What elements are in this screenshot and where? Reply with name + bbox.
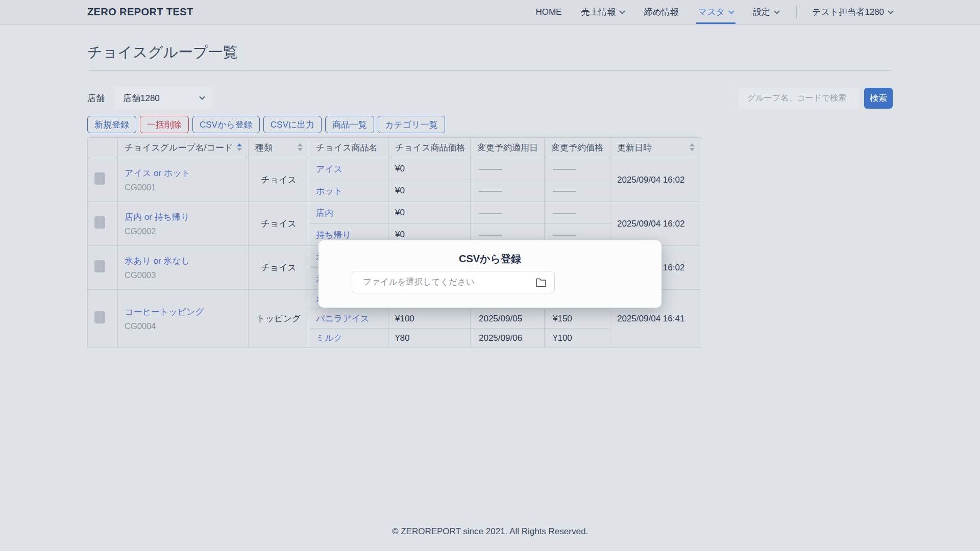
sort-icon (237, 143, 242, 151)
nav-master[interactable]: マスタ (698, 0, 733, 24)
table-row: 店内 or 持ち帰り CG0002 チョイス 店内 ¥0 2025/09/04 … (88, 202, 701, 224)
table-row: アイス or ホット CG0001 チョイス アイス ¥0 2025/09/04… (88, 158, 701, 180)
csv-import-button[interactable]: CSVから登録 (192, 116, 260, 133)
main-nav: HOME 売上情報 締め情報 マスタ 設定 (535, 0, 779, 24)
folder-icon[interactable] (535, 278, 547, 287)
product-price: ¥0 (388, 180, 471, 202)
footer: © ZEROREPORT since 2021. All Rights Rese… (0, 527, 980, 537)
nav-home[interactable]: HOME (535, 0, 561, 24)
nav-divider (796, 6, 797, 18)
nav-closing-info[interactable]: 締め情報 (644, 0, 678, 24)
header-updated-at-label: 更新日時 (617, 143, 652, 153)
choice-product-link[interactable]: バニラアイス (316, 314, 369, 323)
apply-date-empty (471, 180, 545, 202)
header-checkbox-column (88, 138, 118, 158)
change-price-empty (545, 158, 610, 180)
chevron-down-icon (728, 8, 734, 14)
header-type-label: 種類 (255, 143, 273, 153)
header-change-price-label: 変更予約価格 (551, 143, 603, 153)
top-navigation-bar: ZERO REPORT TEST HOME 売上情報 締め情報 マスタ 設定 テ… (0, 0, 980, 24)
nav-sales-info-label: 売上情報 (581, 6, 616, 18)
product-price: ¥80 (388, 329, 471, 348)
choice-group-link[interactable]: 氷あり or 氷なし (125, 256, 190, 266)
updated-at: 2025/09/04 16:02 (610, 202, 701, 246)
row-checkbox[interactable] (94, 260, 105, 272)
copyright-text: © ZEROREPORT since 2021. All Rights Rese… (392, 527, 588, 536)
page-title: チョイスグループ一覧 (87, 42, 893, 63)
nav-closing-info-label: 締め情報 (644, 6, 678, 18)
chevron-down-icon (888, 8, 893, 14)
user-name: テスト担当者1280 (812, 6, 884, 18)
sort-icon (690, 143, 695, 151)
header-group-name-label: チョイスグループ名/コード (125, 143, 233, 153)
choice-product-link[interactable]: ミルク (316, 333, 342, 343)
product-price: ¥0 (388, 202, 471, 224)
change-price-empty (545, 202, 610, 224)
app-brand[interactable]: ZERO REPORT TEST (87, 0, 193, 24)
choice-group-code: CG0004 (125, 321, 243, 331)
csv-import-modal: CSVから登録 ファイルを選択してください (318, 240, 662, 308)
header-change-price: 変更予約価格 (545, 138, 610, 158)
header-product-price: チョイス商品価格 (388, 138, 471, 158)
store-label: 店舗 (87, 92, 105, 104)
change-price: ¥150 (545, 309, 610, 329)
row-checkbox[interactable] (94, 216, 105, 229)
apply-date: 2025/09/05 (471, 309, 545, 329)
choice-group-link[interactable]: アイス or ホット (125, 168, 190, 178)
choice-product-link[interactable]: アイス (316, 164, 342, 174)
nav-settings[interactable]: 設定 (753, 0, 779, 24)
action-buttons-row: 新規登録 一括削除 CSVから登録 CSVに出力 商品一覧 カテゴリ一覧 (87, 116, 893, 133)
header-type[interactable]: 種類 (249, 138, 309, 158)
header-product-price-label: チョイス商品価格 (395, 143, 465, 153)
product-price: ¥100 (388, 309, 471, 329)
group-type: チョイス (249, 158, 309, 202)
row-checkbox[interactable] (94, 172, 105, 185)
table-header-row: チョイスグループ名/コード 種類 チョイス商品名 チョイス商品価格 変更予約適用… (88, 138, 701, 158)
store-select[interactable]: 店舗1280 (114, 87, 213, 109)
nav-settings-label: 設定 (753, 6, 770, 18)
header-product-name-label: チョイス商品名 (316, 143, 378, 153)
apply-date: 2025/09/06 (471, 329, 545, 348)
updated-at: 2025/09/04 16:02 (610, 158, 701, 202)
apply-date-empty (471, 202, 545, 224)
row-checkbox[interactable] (94, 311, 105, 323)
chevron-down-icon (199, 94, 205, 99)
category-list-button[interactable]: カテゴリ一覧 (378, 116, 445, 133)
new-register-button[interactable]: 新規登録 (87, 116, 136, 133)
choice-product-link[interactable]: 店内 (316, 208, 333, 218)
nav-sales-info[interactable]: 売上情報 (581, 0, 624, 24)
filter-row: 店舗 店舗1280 検索 (87, 87, 893, 109)
group-type: チョイス (249, 202, 309, 246)
csv-export-button[interactable]: CSVに出力 (263, 116, 322, 133)
modal-title: CSVから登録 (318, 240, 662, 266)
product-price: ¥0 (388, 158, 471, 180)
chevron-down-icon (620, 8, 625, 14)
apply-date-empty (471, 158, 545, 180)
nav-home-label: HOME (535, 7, 561, 17)
search-button[interactable]: 検索 (864, 88, 893, 109)
user-menu[interactable]: テスト担当者1280 (812, 0, 893, 24)
file-select-input[interactable]: ファイルを選択してください (352, 271, 555, 293)
store-select-value: 店舗1280 (123, 92, 160, 104)
choice-product-link[interactable]: 持ち帰り (316, 230, 351, 240)
group-type: チョイス (249, 246, 309, 290)
search-input[interactable] (738, 88, 860, 109)
nav-master-label: マスタ (698, 6, 725, 18)
change-price-empty (545, 180, 610, 202)
product-list-button[interactable]: 商品一覧 (325, 116, 374, 133)
choice-group-link[interactable]: 店内 or 持ち帰り (125, 212, 189, 222)
bulk-delete-button[interactable]: 一括削除 (140, 116, 189, 133)
group-type: トッピング (249, 290, 309, 348)
header-updated-at[interactable]: 更新日時 (610, 138, 701, 158)
file-select-placeholder: ファイルを選択してください (363, 277, 475, 288)
header-product-name: チョイス商品名 (309, 138, 388, 158)
header-group-name[interactable]: チョイスグループ名/コード (118, 138, 249, 158)
choice-product-link[interactable]: ホット (316, 186, 342, 196)
choice-group-link[interactable]: コーヒートッピング (125, 307, 204, 317)
chevron-down-icon (774, 8, 779, 14)
change-price: ¥100 (545, 329, 610, 348)
choice-group-code: CG0001 (125, 183, 243, 192)
choice-group-code: CG0002 (125, 227, 243, 236)
search-area: 検索 (738, 88, 893, 109)
sort-icon (298, 143, 303, 151)
